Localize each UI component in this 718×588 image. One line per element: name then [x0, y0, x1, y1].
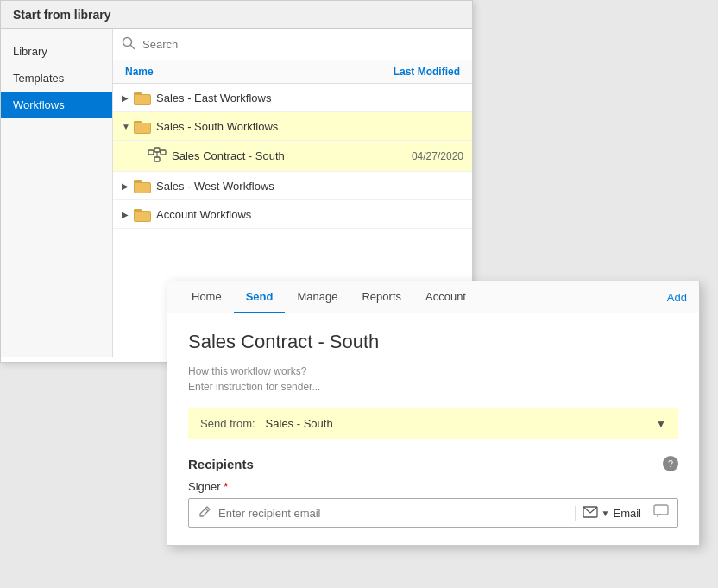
chevron-right-icon: ▶: [122, 210, 134, 219]
chevron-right-icon: ▶: [122, 181, 134, 191]
detail-body: Sales Contract - South How this workflow…: [167, 313, 699, 545]
list-item[interactable]: ▶ Account Workflows: [113, 200, 472, 229]
sidebar-item-workflows[interactable]: Workflows: [1, 92, 112, 118]
table-header: Name Last Modified: [113, 60, 472, 84]
sidebar: Library Templates Workflows: [1, 29, 113, 357]
recipients-label: Recipients: [188, 457, 254, 471]
file-name: Sales - South Workflows: [156, 120, 463, 133]
file-name: Sales - East Workflows: [156, 92, 463, 104]
list-item[interactable]: Sales Contract - South 04/27/2020: [113, 141, 472, 172]
folder-icon: [134, 118, 151, 134]
tabs-bar: Home Send Manage Reports Account Add: [167, 281, 699, 313]
panel-title: Start from library: [13, 8, 111, 22]
send-from-label: Send from:: [200, 417, 255, 430]
detail-title: Sales Contract - South: [188, 331, 678, 353]
svg-rect-4: [135, 95, 150, 104]
send-from-row: Send from: Sales - South ▼: [188, 408, 678, 439]
file-name: Sales - West Workflows: [156, 180, 463, 193]
pen-icon: [198, 505, 211, 522]
required-indicator: *: [221, 480, 229, 493]
svg-rect-9: [154, 148, 160, 152]
workflow-instructions: How this workflow works? Enter instructi…: [188, 364, 678, 395]
folder-icon: [134, 90, 151, 105]
search-input[interactable]: [142, 38, 463, 51]
email-input[interactable]: [218, 507, 568, 520]
sidebar-item-library[interactable]: Library: [1, 38, 112, 65]
message-icon[interactable]: [653, 504, 669, 522]
col-name-header[interactable]: Name: [125, 66, 154, 78]
email-input-row: ▼ Email: [188, 498, 678, 528]
email-type-button[interactable]: ▼ Email: [575, 506, 641, 521]
tab-home[interactable]: Home: [180, 281, 234, 313]
list-item[interactable]: ▶ Sales - East Workflows: [113, 84, 472, 112]
detail-panel: Home Send Manage Reports Account Add Sal…: [167, 281, 700, 546]
chevron-down-icon: ▼: [122, 122, 134, 131]
list-item[interactable]: ▶ Sales - West Workflows: [113, 172, 472, 200]
svg-rect-11: [154, 157, 160, 161]
tab-account[interactable]: Account: [413, 281, 478, 313]
file-name: Account Workflows: [156, 208, 463, 221]
search-icon: [122, 36, 135, 53]
list-item[interactable]: ▼ Sales - South Workflows: [113, 112, 472, 141]
svg-rect-18: [135, 183, 150, 193]
send-from-select[interactable]: Sales - South: [266, 417, 646, 430]
tab-reports[interactable]: Reports: [350, 281, 413, 313]
svg-rect-7: [135, 123, 150, 133]
chevron-right-icon: ▶: [122, 93, 134, 103]
workflow-icon: [148, 147, 167, 165]
svg-rect-8: [148, 150, 154, 155]
svg-line-22: [205, 509, 208, 511]
tab-add-button[interactable]: Add: [667, 282, 687, 313]
col-modified-header[interactable]: Last Modified: [394, 66, 460, 78]
recipients-header: Recipients ?: [188, 456, 678, 471]
recipients-section: Recipients ? Signer *: [188, 456, 678, 528]
email-dropdown-icon: ▼: [601, 509, 610, 518]
panel-header: Start from library: [1, 1, 472, 29]
dropdown-arrow-icon: ▼: [656, 418, 666, 430]
svg-rect-21: [135, 212, 150, 221]
search-bar: [113, 29, 472, 60]
folder-icon: [134, 206, 151, 222]
svg-line-1: [131, 46, 135, 49]
email-type-label: Email: [613, 507, 641, 520]
file-name: Sales Contract - South: [172, 149, 403, 162]
email-icon: [583, 506, 598, 521]
help-icon[interactable]: ?: [663, 456, 678, 471]
tab-send[interactable]: Send: [234, 281, 286, 313]
svg-rect-10: [161, 150, 166, 155]
svg-rect-24: [654, 505, 668, 515]
signer-label: Signer *: [188, 480, 678, 493]
sidebar-item-templates[interactable]: Templates: [1, 65, 112, 92]
file-date: 04/27/2020: [412, 150, 463, 162]
folder-icon: [134, 178, 151, 193]
tab-manage[interactable]: Manage: [285, 281, 350, 313]
